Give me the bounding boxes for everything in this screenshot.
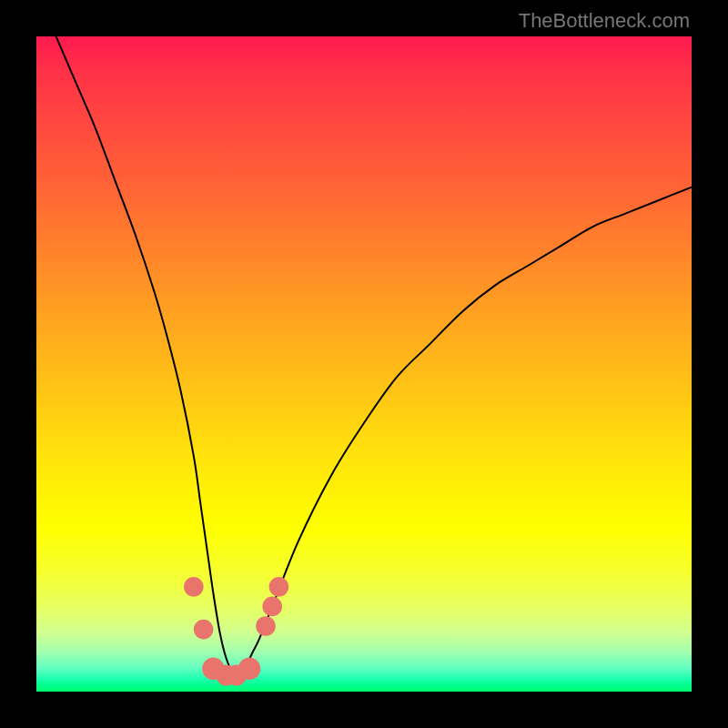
watermark-text: TheBottleneck.com: [519, 9, 690, 33]
chart-svg: [36, 36, 692, 692]
data-marker: [238, 658, 260, 680]
data-marker: [262, 597, 282, 617]
data-marker: [184, 577, 204, 597]
bottleneck-curve: [36, 36, 692, 673]
data-marker: [269, 577, 289, 597]
data-marker: [256, 616, 276, 636]
data-markers: [184, 577, 288, 686]
chart-plot-area: [36, 36, 692, 692]
data-marker: [194, 620, 214, 640]
